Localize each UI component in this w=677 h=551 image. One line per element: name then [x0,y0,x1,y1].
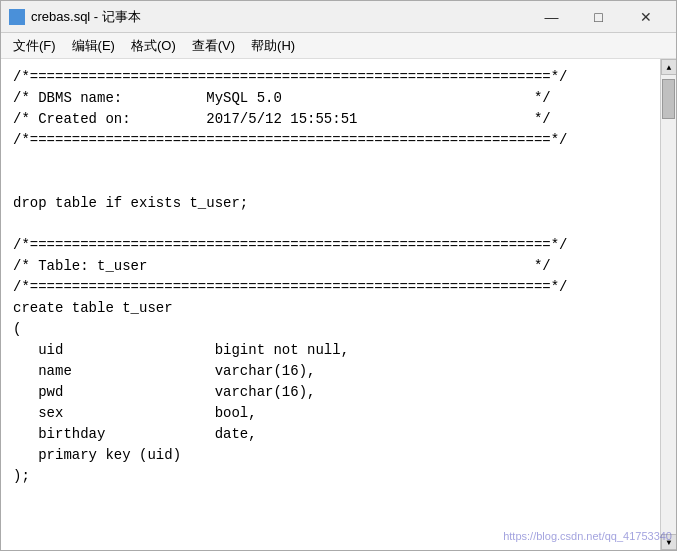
menu-file[interactable]: 文件(F) [5,35,64,57]
window-controls: — □ ✕ [529,4,668,30]
main-area: /*======================================… [1,59,676,550]
maximize-button[interactable]: □ [576,4,621,30]
title-bar: crebas.sql - 记事本 — □ ✕ [1,1,676,33]
content-wrapper: /*======================================… [1,59,676,550]
window-title: crebas.sql - 记事本 [31,8,529,26]
scroll-track[interactable] [661,75,676,534]
vertical-scrollbar: ▲ ▼ [660,59,676,550]
main-window: crebas.sql - 记事本 — □ ✕ 文件(F) 编辑(E) 格式(O)… [0,0,677,551]
menu-help[interactable]: 帮助(H) [243,35,303,57]
minimize-button[interactable]: — [529,4,574,30]
menu-view[interactable]: 查看(V) [184,35,243,57]
menu-format[interactable]: 格式(O) [123,35,184,57]
menu-bar: 文件(F) 编辑(E) 格式(O) 查看(V) 帮助(H) [1,33,676,59]
text-editor[interactable]: /*======================================… [1,59,660,550]
menu-edit[interactable]: 编辑(E) [64,35,123,57]
scroll-down-button[interactable]: ▼ [661,534,676,550]
close-button[interactable]: ✕ [623,4,668,30]
scroll-up-button[interactable]: ▲ [661,59,676,75]
app-icon [9,9,25,25]
scroll-thumb[interactable] [662,79,675,119]
